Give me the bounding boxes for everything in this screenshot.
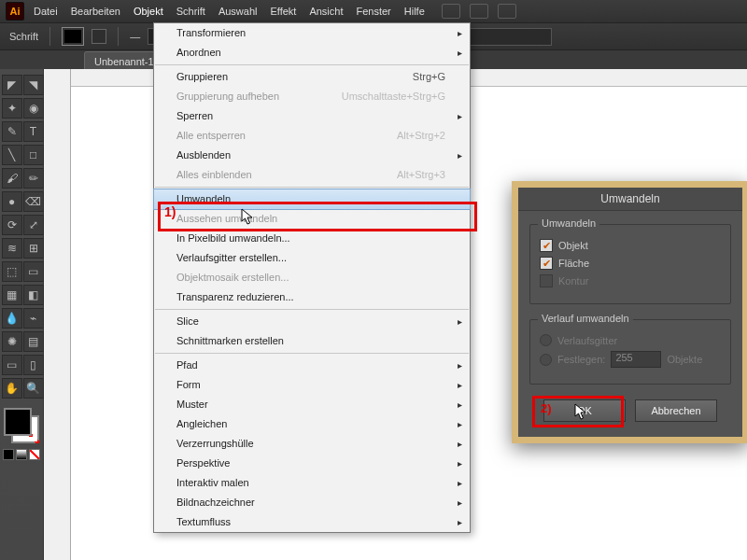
checkbox-row-object[interactable]: ✔ Objekt — [540, 239, 721, 252]
expand-dialog: Umwandeln Umwandeln ✔ Objekt ✔ Fläche Ko… — [512, 181, 747, 443]
mesh-tool-icon[interactable]: ▦ — [2, 285, 22, 305]
menu-item[interactable]: Interaktiv malen — [154, 473, 470, 493]
checkbox-checked-icon[interactable]: ✔ — [540, 257, 553, 270]
menu-item-datei[interactable]: Datei — [34, 6, 58, 17]
radio-row-mesh: Verlaufsgitter — [540, 334, 721, 346]
swatch-dropdown-icon[interactable] — [92, 29, 106, 44]
menu-item[interactable]: Transformieren — [154, 23, 470, 43]
menu-item[interactable]: Pfad — [154, 356, 470, 375]
magic-wand-tool-icon[interactable]: ✦ — [2, 98, 22, 119]
fill-swatch[interactable] — [62, 27, 84, 46]
checkbox-row-fill[interactable]: ✔ Fläche — [540, 257, 721, 270]
rotate-tool-icon[interactable]: ⟳ — [2, 215, 22, 235]
menu-item-fenster[interactable]: Fenster — [356, 6, 390, 17]
tool-name-label: Schrift — [9, 31, 38, 42]
lasso-tool-icon[interactable]: ◉ — [23, 98, 44, 119]
menu-item[interactable]: Slice — [154, 312, 470, 331]
menu-item[interactable]: Muster — [154, 395, 470, 414]
fill-stroke-control[interactable] — [4, 408, 39, 443]
paintbrush-tool-icon[interactable]: 🖌 — [2, 168, 22, 189]
menu-item-label: Pfad — [176, 356, 198, 375]
menu-item-label: Interaktiv malen — [176, 473, 249, 493]
menu-item-bearbeiten[interactable]: Bearbeiten — [71, 6, 120, 17]
menu-item[interactable]: Angleichen — [154, 414, 470, 434]
menu-item-ansicht[interactable]: Ansicht — [309, 6, 343, 17]
fill-swatch-large[interactable] — [4, 408, 32, 436]
color-mode-none-icon[interactable] — [29, 449, 40, 460]
dialog-body: Umwandeln ✔ Objekt ✔ Fläche Kontur Verla… — [518, 211, 742, 437]
free-transform-tool-icon[interactable]: ⊞ — [23, 238, 44, 259]
perspective-grid-tool-icon[interactable]: ▭ — [23, 261, 44, 282]
menu-item[interactable]: Textumfluss — [154, 512, 470, 532]
menu-item[interactable]: Sperren — [154, 106, 470, 126]
menu-item[interactable]: Perspektive — [154, 454, 470, 473]
line-tool-icon[interactable]: ╲ — [2, 145, 22, 165]
color-mode-gradient-icon[interactable] — [16, 449, 27, 460]
scale-tool-icon[interactable]: ⤢ — [23, 215, 44, 235]
menu-item[interactable]: Transparenz reduzieren... — [154, 287, 470, 307]
checkbox-checked-icon[interactable]: ✔ — [540, 239, 553, 252]
checkbox-label: Objekt — [558, 240, 588, 251]
graph-tool-icon[interactable]: ▤ — [23, 331, 44, 352]
app-logo-icon: Ai — [6, 2, 24, 21]
menu-item[interactable]: Schnittmarken erstellen — [154, 331, 470, 351]
menu-item[interactable]: In Pixelbild umwandeln... — [154, 229, 470, 248]
menu-item[interactable]: GruppierenStrg+G — [154, 67, 470, 87]
blob-brush-tool-icon[interactable]: ● — [2, 191, 22, 212]
ok-button[interactable]: OK — [543, 399, 626, 422]
pencil-tool-icon[interactable]: ✏ — [23, 168, 44, 189]
menu-separator — [155, 64, 469, 65]
cancel-button-label: Abbrechen — [651, 405, 700, 416]
menu-item[interactable]: Bildnachzeichner — [154, 493, 470, 512]
cancel-button[interactable]: Abbrechen — [635, 399, 717, 422]
vertical-ruler — [44, 69, 71, 560]
menu-shortcut: Strg+G — [413, 67, 445, 87]
menu-item-label: Aussehen umwandeln — [176, 209, 277, 229]
width-tool-icon[interactable]: ≋ — [2, 238, 22, 259]
menu-item[interactable]: Ausblenden — [154, 146, 470, 165]
menu-item[interactable]: Form — [154, 375, 470, 395]
menu-item: Aussehen umwandeln — [154, 209, 470, 229]
menu-item-schrift[interactable]: Schrift — [176, 6, 205, 17]
blend-tool-icon[interactable]: ⌁ — [23, 308, 44, 329]
checkbox-label: Fläche — [558, 258, 589, 269]
menu-item[interactable]: Umwandeln — [154, 189, 470, 209]
menu-item-auswahl[interactable]: Auswahl — [218, 6, 258, 17]
layout-icon[interactable] — [470, 4, 488, 19]
hand-tool-icon[interactable]: ✋ — [2, 378, 22, 399]
eraser-tool-icon[interactable]: ⌫ — [23, 191, 44, 212]
direct-selection-tool-icon[interactable]: ◥ — [23, 75, 44, 95]
rectangle-tool-icon[interactable]: □ — [23, 145, 44, 165]
dialog-title: Umwandeln — [518, 188, 742, 211]
menu-item-label: Bildnachzeichner — [176, 493, 255, 512]
menu-item-effekt[interactable]: Effekt — [270, 6, 296, 17]
menu-separator — [155, 353, 469, 354]
menu-item[interactable]: Verzerrungshülle — [154, 434, 470, 454]
zoom-tool-icon[interactable]: 🔍 — [23, 378, 44, 399]
menu-item-objekt[interactable]: Objekt — [134, 6, 163, 17]
dialog-button-row: OK Abbrechen 2) — [529, 399, 731, 422]
gradient-tool-icon[interactable]: ◧ — [23, 285, 44, 305]
menu-item[interactable]: Verlaufsgitter erstellen... — [154, 248, 470, 268]
type-tool-icon[interactable]: T — [23, 121, 44, 142]
menu-item-label: In Pixelbild umwandeln... — [176, 229, 290, 248]
artboard-tool-icon[interactable]: ▭ — [2, 355, 22, 375]
layout-icon[interactable] — [442, 4, 460, 19]
pen-tool-icon[interactable]: ✎ — [2, 121, 22, 142]
selection-tool-icon[interactable]: ◤ — [2, 75, 22, 95]
menu-item-hilfe[interactable]: Hilfe — [404, 6, 425, 17]
menu-separator — [155, 187, 469, 188]
eyedropper-tool-icon[interactable]: 💧 — [2, 308, 22, 329]
radio-label: Verlaufsgitter — [557, 335, 617, 346]
menu-item-label: Verzerrungshülle — [176, 434, 254, 454]
annotation-label-2: 2) — [541, 401, 552, 415]
slice-tool-icon[interactable]: ▯ — [23, 355, 44, 375]
specify-count-field: 255 — [611, 351, 661, 368]
annotation-label-1: 1) — [164, 204, 176, 219]
menu-item[interactable]: Anordnen — [154, 43, 470, 63]
symbol-sprayer-tool-icon[interactable]: ✺ — [2, 331, 22, 352]
color-mode-solid-icon[interactable] — [3, 449, 14, 460]
shape-builder-tool-icon[interactable]: ⬚ — [2, 261, 22, 282]
menu-item-label: Slice — [176, 312, 199, 331]
sync-icon[interactable] — [498, 4, 516, 19]
